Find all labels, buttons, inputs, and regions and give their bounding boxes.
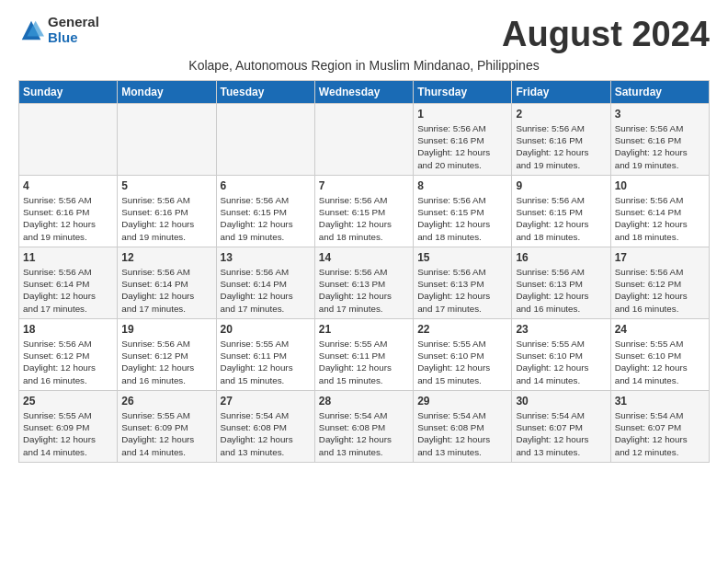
- calendar-cell: 3Sunrise: 5:56 AMSunset: 6:16 PMDaylight…: [610, 104, 709, 176]
- day-info: Sunrise: 5:56 AMSunset: 6:14 PMDaylight:…: [121, 266, 211, 315]
- month-title: August 2024: [502, 15, 710, 54]
- calendar-cell: 24Sunrise: 5:55 AMSunset: 6:10 PMDayligh…: [610, 319, 709, 391]
- day-info: Sunrise: 5:55 AMSunset: 6:10 PMDaylight:…: [516, 338, 606, 386]
- calendar-cell: 20Sunrise: 5:55 AMSunset: 6:11 PMDayligh…: [216, 319, 314, 391]
- calendar-cell: 18Sunrise: 5:56 AMSunset: 6:12 PMDayligh…: [19, 319, 118, 391]
- day-number: 18: [23, 323, 113, 336]
- day-number: 20: [221, 323, 311, 336]
- calendar-cell: 1Sunrise: 5:56 AMSunset: 6:16 PMDaylight…: [414, 104, 512, 176]
- day-number: 23: [516, 323, 606, 336]
- calendar-cell: 27Sunrise: 5:54 AMSunset: 6:08 PMDayligh…: [216, 391, 314, 463]
- day-number: 31: [615, 395, 705, 408]
- calendar-cell: 23Sunrise: 5:55 AMSunset: 6:10 PMDayligh…: [512, 319, 610, 391]
- day-number: 15: [417, 251, 507, 264]
- day-info: Sunrise: 5:56 AMSunset: 6:14 PMDaylight:…: [221, 266, 311, 315]
- calendar-header: SundayMondayTuesdayWednesdayThursdayFrid…: [19, 81, 710, 104]
- calendar-cell: 4Sunrise: 5:56 AMSunset: 6:16 PMDaylight…: [19, 176, 118, 247]
- day-number: 8: [417, 179, 507, 192]
- logo-blue: Blue: [48, 30, 99, 46]
- header-day-thursday: Thursday: [414, 81, 512, 104]
- calendar-cell: 31Sunrise: 5:54 AMSunset: 6:07 PMDayligh…: [610, 391, 709, 463]
- header-row: SundayMondayTuesdayWednesdayThursdayFrid…: [19, 81, 710, 104]
- day-info: Sunrise: 5:54 AMSunset: 6:08 PMDaylight:…: [319, 409, 409, 458]
- calendar-cell: 28Sunrise: 5:54 AMSunset: 6:08 PMDayligh…: [314, 391, 413, 463]
- day-number: 25: [23, 395, 113, 408]
- day-info: Sunrise: 5:56 AMSunset: 6:14 PMDaylight:…: [23, 266, 113, 315]
- calendar-cell: 13Sunrise: 5:56 AMSunset: 6:14 PMDayligh…: [216, 247, 314, 319]
- day-number: 9: [516, 179, 606, 192]
- day-info: Sunrise: 5:56 AMSunset: 6:12 PMDaylight:…: [615, 266, 705, 315]
- week-row-4: 18Sunrise: 5:56 AMSunset: 6:12 PMDayligh…: [19, 319, 710, 391]
- day-info: Sunrise: 5:56 AMSunset: 6:12 PMDaylight:…: [121, 338, 211, 386]
- day-info: Sunrise: 5:55 AMSunset: 6:09 PMDaylight:…: [121, 409, 211, 458]
- day-info: Sunrise: 5:55 AMSunset: 6:09 PMDaylight:…: [23, 409, 113, 458]
- day-number: 24: [615, 323, 705, 336]
- day-number: 2: [516, 108, 606, 121]
- calendar-cell: 15Sunrise: 5:56 AMSunset: 6:13 PMDayligh…: [414, 247, 512, 319]
- day-info: Sunrise: 5:54 AMSunset: 6:07 PMDaylight:…: [516, 409, 606, 458]
- header-day-sunday: Sunday: [19, 81, 118, 104]
- header-day-friday: Friday: [512, 81, 610, 104]
- calendar-cell: [216, 104, 314, 176]
- day-info: Sunrise: 5:56 AMSunset: 6:13 PMDaylight:…: [417, 266, 507, 315]
- calendar-cell: 19Sunrise: 5:56 AMSunset: 6:12 PMDayligh…: [118, 319, 216, 391]
- day-number: 30: [516, 395, 606, 408]
- day-number: 11: [23, 251, 113, 264]
- day-number: 1: [417, 108, 507, 121]
- calendar-cell: 30Sunrise: 5:54 AMSunset: 6:07 PMDayligh…: [512, 391, 610, 463]
- day-number: 26: [121, 395, 211, 408]
- calendar-cell: 2Sunrise: 5:56 AMSunset: 6:16 PMDaylight…: [512, 104, 610, 176]
- day-info: Sunrise: 5:56 AMSunset: 6:16 PMDaylight:…: [615, 122, 705, 171]
- calendar-cell: 21Sunrise: 5:55 AMSunset: 6:11 PMDayligh…: [314, 319, 413, 391]
- calendar-cell: 17Sunrise: 5:56 AMSunset: 6:12 PMDayligh…: [610, 247, 709, 319]
- day-info: Sunrise: 5:56 AMSunset: 6:13 PMDaylight:…: [319, 266, 409, 315]
- day-number: 4: [23, 179, 113, 192]
- day-info: Sunrise: 5:56 AMSunset: 6:16 PMDaylight:…: [23, 194, 113, 243]
- calendar-cell: [118, 104, 216, 176]
- calendar-cell: [314, 104, 413, 176]
- day-number: 19: [121, 323, 211, 336]
- day-info: Sunrise: 5:54 AMSunset: 6:07 PMDaylight:…: [615, 409, 705, 458]
- logo: General Blue: [18, 15, 99, 45]
- week-row-5: 25Sunrise: 5:55 AMSunset: 6:09 PMDayligh…: [19, 391, 710, 463]
- day-number: 27: [221, 395, 311, 408]
- subtitle: Kolape, Autonomous Region in Muslim Mind…: [18, 58, 710, 73]
- page-header: General Blue August 2024: [18, 15, 710, 54]
- day-number: 28: [319, 395, 409, 408]
- calendar-cell: 9Sunrise: 5:56 AMSunset: 6:15 PMDaylight…: [512, 176, 610, 247]
- day-info: Sunrise: 5:55 AMSunset: 6:10 PMDaylight:…: [615, 338, 705, 386]
- day-number: 5: [121, 179, 211, 192]
- day-info: Sunrise: 5:56 AMSunset: 6:16 PMDaylight:…: [417, 122, 507, 171]
- day-number: 10: [615, 179, 705, 192]
- calendar-cell: 8Sunrise: 5:56 AMSunset: 6:15 PMDaylight…: [414, 176, 512, 247]
- day-info: Sunrise: 5:56 AMSunset: 6:16 PMDaylight:…: [516, 122, 606, 171]
- day-info: Sunrise: 5:56 AMSunset: 6:15 PMDaylight:…: [516, 194, 606, 243]
- day-info: Sunrise: 5:55 AMSunset: 6:10 PMDaylight:…: [417, 338, 507, 386]
- day-number: 7: [319, 179, 409, 192]
- logo-general: General: [48, 15, 99, 30]
- day-number: 6: [221, 179, 311, 192]
- calendar-cell: 29Sunrise: 5:54 AMSunset: 6:08 PMDayligh…: [414, 391, 512, 463]
- day-info: Sunrise: 5:55 AMSunset: 6:11 PMDaylight:…: [319, 338, 409, 386]
- day-info: Sunrise: 5:56 AMSunset: 6:14 PMDaylight:…: [615, 194, 705, 243]
- calendar-body: 1Sunrise: 5:56 AMSunset: 6:16 PMDaylight…: [19, 104, 710, 463]
- calendar-cell: 11Sunrise: 5:56 AMSunset: 6:14 PMDayligh…: [19, 247, 118, 319]
- day-number: 16: [516, 251, 606, 264]
- day-number: 21: [319, 323, 409, 336]
- calendar-cell: 22Sunrise: 5:55 AMSunset: 6:10 PMDayligh…: [414, 319, 512, 391]
- day-info: Sunrise: 5:56 AMSunset: 6:15 PMDaylight:…: [221, 194, 311, 243]
- day-number: 13: [221, 251, 311, 264]
- day-info: Sunrise: 5:56 AMSunset: 6:15 PMDaylight:…: [319, 194, 409, 243]
- calendar-cell: 7Sunrise: 5:56 AMSunset: 6:15 PMDaylight…: [314, 176, 413, 247]
- day-number: 29: [417, 395, 507, 408]
- day-info: Sunrise: 5:55 AMSunset: 6:11 PMDaylight:…: [221, 338, 311, 386]
- calendar-cell: 16Sunrise: 5:56 AMSunset: 6:13 PMDayligh…: [512, 247, 610, 319]
- logo-icon: [18, 17, 44, 43]
- header-day-tuesday: Tuesday: [216, 81, 314, 104]
- header-day-wednesday: Wednesday: [314, 81, 413, 104]
- calendar-cell: 10Sunrise: 5:56 AMSunset: 6:14 PMDayligh…: [610, 176, 709, 247]
- day-info: Sunrise: 5:56 AMSunset: 6:12 PMDaylight:…: [23, 338, 113, 386]
- calendar-cell: 6Sunrise: 5:56 AMSunset: 6:15 PMDaylight…: [216, 176, 314, 247]
- calendar-cell: [19, 104, 118, 176]
- calendar-cell: 25Sunrise: 5:55 AMSunset: 6:09 PMDayligh…: [19, 391, 118, 463]
